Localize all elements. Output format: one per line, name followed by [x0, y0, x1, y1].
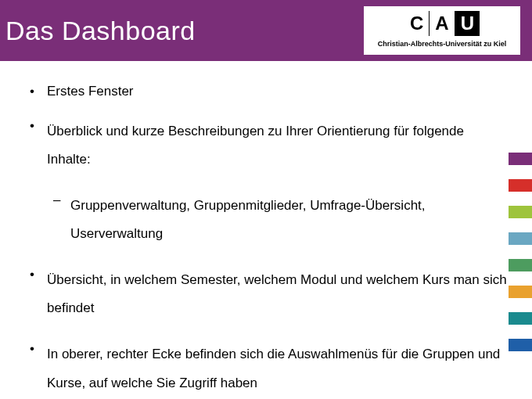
bullet-text: Übersicht, in welchem Semester, welchem …: [47, 272, 507, 316]
color-stripes: [509, 153, 532, 365]
list-item: In oberer, rechter Ecke befinden sich di…: [23, 340, 509, 397]
color-stripe: [509, 179, 532, 192]
color-stripe: [509, 286, 532, 298]
cau-wordmark: C A U: [404, 11, 480, 36]
color-stripe: [509, 259, 532, 271]
bullet-text: Gruppenverwaltung, Gruppenmitglieder, Um…: [70, 198, 426, 242]
list-item: Übersicht, in welchem Semester, welchem …: [23, 266, 509, 323]
list-item: Erstes Fenster: [23, 83, 509, 100]
slide-title: Das Dashboard: [5, 16, 196, 46]
color-stripe: [509, 232, 532, 245]
sub-list: Gruppenverwaltung, Gruppenmitglieder, Um…: [47, 192, 509, 249]
color-stripe: [509, 339, 532, 351]
logo-letter-c: C: [404, 11, 429, 36]
bullet-text: In oberer, rechter Ecke befinden sich di…: [47, 347, 500, 390]
logo-letter-a: A: [430, 11, 454, 36]
bullet-list: Erstes Fenster Überblick und kurze Besch…: [23, 83, 509, 397]
logo-subtitle: Christian-Albrechts-Universität zu Kiel: [378, 40, 507, 48]
bullet-text: Erstes Fenster: [47, 84, 134, 99]
slide-header: Das Dashboard C A U Christian-Albrechts-…: [0, 0, 532, 61]
color-stripe: [509, 153, 532, 165]
color-stripe: [509, 206, 532, 218]
logo-letter-u: U: [455, 11, 480, 36]
slide-content: Erstes Fenster Überblick und kurze Besch…: [0, 61, 532, 397]
bullet-text: Überblick und kurze Beschreibungen zu Ih…: [47, 124, 464, 167]
list-item: Überblick und kurze Beschreibungen zu Ih…: [23, 117, 509, 249]
color-stripe: [509, 312, 532, 325]
list-item: Gruppenverwaltung, Gruppenmitglieder, Um…: [47, 192, 509, 249]
university-logo: C A U Christian-Albrechts-Universität zu…: [364, 6, 520, 55]
